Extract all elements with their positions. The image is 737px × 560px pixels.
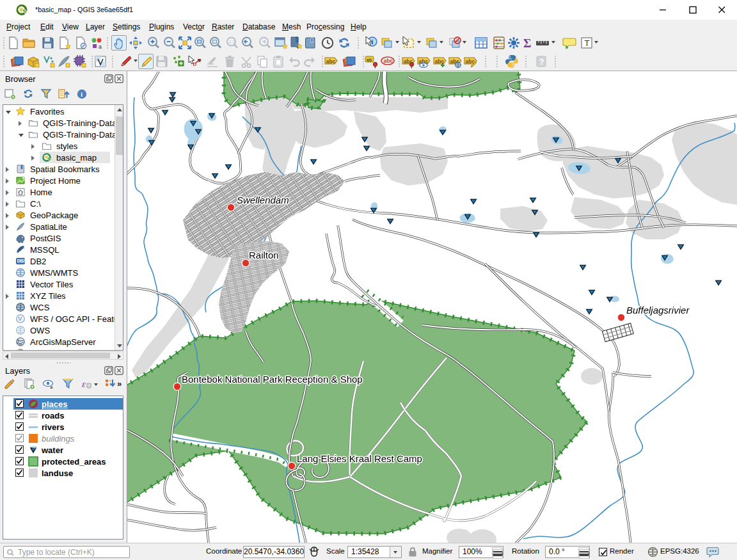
svg-text:DB2: DB2	[17, 259, 26, 263]
svg-text:Lang Elsies Kraal Rest Camp: Lang Elsies Kraal Rest Camp	[297, 453, 422, 464]
svg-text:Swellendam: Swellendam	[237, 195, 289, 205]
svg-text:?: ?	[539, 58, 544, 67]
svg-text:T: T	[585, 38, 590, 48]
svg-text:V: V	[19, 316, 22, 322]
svg-text:Σ: Σ	[523, 36, 531, 50]
svg-text:ε: ε	[82, 379, 86, 389]
svg-text:Railton: Railton	[249, 250, 279, 260]
svg-text:Buffeljagsrivier: Buffeljagsrivier	[626, 305, 690, 316]
svg-text:i: i	[81, 91, 83, 98]
svg-text:abc: abc	[384, 58, 393, 64]
svg-text:ab: ab	[367, 58, 372, 62]
svg-text:Bontebok National Park Recepti: Bontebok National Park Reception & Shop	[182, 374, 363, 385]
svg-text:1:1: 1:1	[229, 40, 235, 44]
svg-text:abc: abc	[326, 58, 336, 65]
svg-text:a: a	[99, 44, 102, 50]
